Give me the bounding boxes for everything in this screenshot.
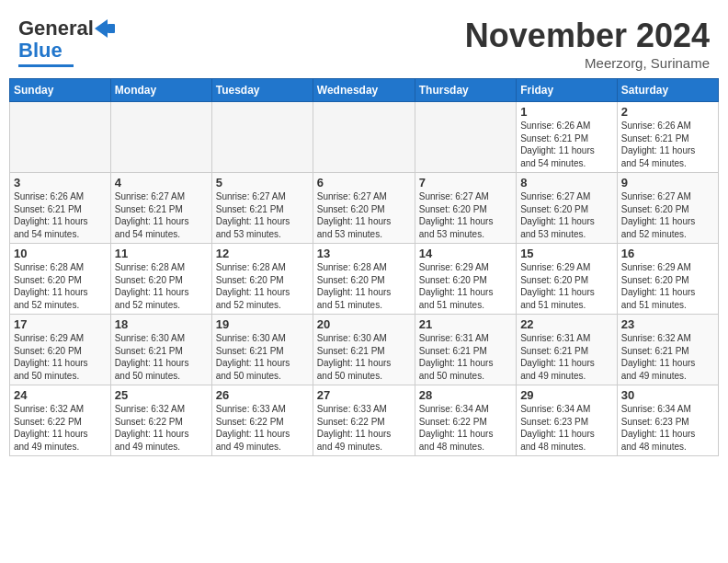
calendar-cell: 20Sunrise: 6:30 AM Sunset: 6:21 PM Dayli…: [313, 315, 415, 385]
day-number: 27: [317, 388, 411, 402]
weekday-header-wednesday: Wednesday: [313, 79, 415, 102]
calendar-cell: [313, 102, 415, 173]
calendar-week-1: 1Sunrise: 6:26 AM Sunset: 6:21 PM Daylig…: [10, 102, 719, 173]
calendar-cell: 11Sunrise: 6:28 AM Sunset: 6:20 PM Dayli…: [110, 244, 211, 315]
calendar-cell: 10Sunrise: 6:28 AM Sunset: 6:20 PM Dayli…: [10, 244, 111, 315]
calendar-cell: 17Sunrise: 6:29 AM Sunset: 6:20 PM Dayli…: [10, 315, 111, 385]
day-number: 2: [621, 105, 714, 119]
day-number: 21: [419, 317, 512, 331]
day-number: 3: [14, 176, 107, 190]
day-number: 22: [520, 317, 613, 331]
weekday-header-tuesday: Tuesday: [211, 79, 313, 102]
calendar-cell: 29Sunrise: 6:34 AM Sunset: 6:23 PM Dayli…: [517, 385, 618, 456]
day-number: 6: [317, 176, 411, 190]
day-number: 23: [621, 317, 714, 331]
calendar-cell: 26Sunrise: 6:33 AM Sunset: 6:22 PM Dayli…: [211, 385, 313, 456]
day-info: Sunrise: 6:28 AM Sunset: 6:20 PM Dayligh…: [317, 261, 411, 311]
day-info: Sunrise: 6:26 AM Sunset: 6:21 PM Dayligh…: [621, 120, 714, 169]
day-number: 11: [115, 247, 208, 260]
day-number: 15: [520, 247, 613, 260]
day-number: 9: [621, 176, 714, 190]
day-number: 10: [14, 247, 107, 260]
location: Meerzorg, Suriname: [465, 55, 710, 71]
day-number: 29: [520, 388, 613, 402]
calendar-cell: 25Sunrise: 6:32 AM Sunset: 6:22 PM Dayli…: [110, 385, 211, 456]
day-number: 12: [216, 247, 309, 260]
weekday-header-monday: Monday: [110, 79, 211, 102]
calendar-week-5: 24Sunrise: 6:32 AM Sunset: 6:22 PM Dayli…: [10, 385, 719, 456]
day-number: 14: [419, 247, 512, 260]
calendar-cell: 18Sunrise: 6:30 AM Sunset: 6:21 PM Dayli…: [110, 315, 211, 385]
day-info: Sunrise: 6:30 AM Sunset: 6:21 PM Dayligh…: [115, 332, 208, 382]
calendar-cell: 28Sunrise: 6:34 AM Sunset: 6:22 PM Dayli…: [415, 385, 516, 456]
calendar-cell: 19Sunrise: 6:30 AM Sunset: 6:21 PM Dayli…: [211, 315, 313, 385]
calendar-cell: 23Sunrise: 6:32 AM Sunset: 6:21 PM Dayli…: [617, 315, 718, 385]
day-number: 24: [14, 388, 107, 402]
day-info: Sunrise: 6:27 AM Sunset: 6:20 PM Dayligh…: [621, 190, 714, 240]
day-number: 30: [621, 388, 714, 402]
day-number: 20: [317, 317, 411, 331]
calendar-table: SundayMondayTuesdayWednesdayThursdayFrid…: [9, 78, 719, 456]
svg-marker-0: [95, 19, 108, 38]
calendar-cell: 27Sunrise: 6:33 AM Sunset: 6:22 PM Dayli…: [313, 385, 415, 456]
day-number: 19: [216, 317, 309, 331]
day-number: 13: [317, 247, 411, 260]
day-info: Sunrise: 6:28 AM Sunset: 6:20 PM Dayligh…: [115, 261, 208, 311]
calendar-cell: 21Sunrise: 6:31 AM Sunset: 6:21 PM Dayli…: [415, 315, 516, 385]
day-info: Sunrise: 6:34 AM Sunset: 6:23 PM Dayligh…: [621, 403, 714, 453]
day-info: Sunrise: 6:27 AM Sunset: 6:21 PM Dayligh…: [115, 190, 208, 240]
day-info: Sunrise: 6:31 AM Sunset: 6:21 PM Dayligh…: [520, 332, 613, 382]
calendar-cell: 1Sunrise: 6:26 AM Sunset: 6:21 PM Daylig…: [517, 102, 618, 173]
logo-general: General: [18, 17, 94, 40]
day-number: 1: [520, 105, 613, 119]
calendar-cell: 15Sunrise: 6:29 AM Sunset: 6:20 PM Dayli…: [517, 244, 618, 315]
day-info: Sunrise: 6:29 AM Sunset: 6:20 PM Dayligh…: [621, 261, 714, 311]
day-info: Sunrise: 6:34 AM Sunset: 6:23 PM Dayligh…: [520, 403, 613, 453]
day-info: Sunrise: 6:27 AM Sunset: 6:20 PM Dayligh…: [520, 190, 613, 240]
calendar-cell: 7Sunrise: 6:27 AM Sunset: 6:20 PM Daylig…: [415, 173, 516, 244]
day-number: 8: [520, 176, 613, 190]
weekday-header-thursday: Thursday: [415, 79, 516, 102]
calendar-cell: 30Sunrise: 6:34 AM Sunset: 6:23 PM Dayli…: [617, 385, 718, 456]
calendar-cell: 3Sunrise: 6:26 AM Sunset: 6:21 PM Daylig…: [10, 173, 111, 244]
calendar-cell: 6Sunrise: 6:27 AM Sunset: 6:20 PM Daylig…: [313, 173, 415, 244]
day-info: Sunrise: 6:28 AM Sunset: 6:20 PM Dayligh…: [216, 261, 309, 311]
logo-icon: [95, 19, 115, 38]
day-info: Sunrise: 6:32 AM Sunset: 6:22 PM Dayligh…: [115, 403, 208, 453]
day-info: Sunrise: 6:32 AM Sunset: 6:22 PM Dayligh…: [14, 403, 107, 453]
day-info: Sunrise: 6:27 AM Sunset: 6:20 PM Dayligh…: [419, 190, 512, 240]
weekday-header-sunday: Sunday: [10, 79, 111, 102]
day-info: Sunrise: 6:30 AM Sunset: 6:21 PM Dayligh…: [216, 332, 309, 382]
day-number: 26: [216, 388, 309, 402]
calendar-cell: [211, 102, 313, 173]
logo-underline: [18, 64, 74, 67]
day-info: Sunrise: 6:26 AM Sunset: 6:21 PM Dayligh…: [520, 120, 613, 169]
day-info: Sunrise: 6:27 AM Sunset: 6:21 PM Dayligh…: [216, 190, 309, 240]
day-info: Sunrise: 6:27 AM Sunset: 6:20 PM Dayligh…: [317, 190, 411, 240]
calendar-cell: 12Sunrise: 6:28 AM Sunset: 6:20 PM Dayli…: [211, 244, 313, 315]
calendar-cell: 5Sunrise: 6:27 AM Sunset: 6:21 PM Daylig…: [211, 173, 313, 244]
day-number: 16: [621, 247, 714, 260]
calendar-cell: [415, 102, 516, 173]
day-number: 18: [115, 317, 208, 331]
day-number: 4: [115, 176, 208, 190]
day-info: Sunrise: 6:29 AM Sunset: 6:20 PM Dayligh…: [14, 332, 107, 382]
calendar-cell: 13Sunrise: 6:28 AM Sunset: 6:20 PM Dayli…: [313, 244, 415, 315]
day-number: 28: [419, 388, 512, 402]
day-info: Sunrise: 6:32 AM Sunset: 6:21 PM Dayligh…: [621, 332, 714, 382]
svg-rect-1: [108, 24, 115, 33]
weekday-header-saturday: Saturday: [617, 79, 718, 102]
title-block: November 2024 Meerzorg, Suriname: [465, 17, 710, 71]
logo-blue: Blue: [18, 39, 63, 63]
day-number: 5: [216, 176, 309, 190]
calendar-cell: 24Sunrise: 6:32 AM Sunset: 6:22 PM Dayli…: [10, 385, 111, 456]
calendar-cell: 14Sunrise: 6:29 AM Sunset: 6:20 PM Dayli…: [415, 244, 516, 315]
day-info: Sunrise: 6:29 AM Sunset: 6:20 PM Dayligh…: [520, 261, 613, 311]
day-info: Sunrise: 6:29 AM Sunset: 6:20 PM Dayligh…: [419, 261, 512, 311]
calendar-cell: 9Sunrise: 6:27 AM Sunset: 6:20 PM Daylig…: [617, 173, 718, 244]
calendar-week-2: 3Sunrise: 6:26 AM Sunset: 6:21 PM Daylig…: [10, 173, 719, 244]
calendar-week-4: 17Sunrise: 6:29 AM Sunset: 6:20 PM Dayli…: [10, 315, 719, 385]
calendar-cell: 4Sunrise: 6:27 AM Sunset: 6:21 PM Daylig…: [110, 173, 211, 244]
calendar-cell: 8Sunrise: 6:27 AM Sunset: 6:20 PM Daylig…: [517, 173, 618, 244]
month-title: November 2024: [465, 17, 710, 55]
